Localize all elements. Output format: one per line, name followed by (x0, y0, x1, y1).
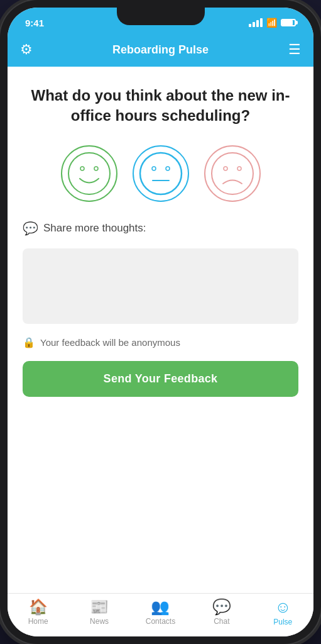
signal-icon (249, 18, 263, 27)
nav-label-chat: Chat (214, 617, 229, 626)
svg-point-8 (224, 167, 227, 170)
pulse-icon: ☺ (275, 599, 291, 615)
status-time: 9:41 (25, 18, 44, 28)
news-icon: 📰 (90, 599, 109, 614)
sad-face-button[interactable] (204, 145, 261, 202)
lock-icon: 🔒 (23, 336, 35, 348)
wifi-icon: 📶 (266, 18, 277, 28)
header-title: Reboarding Pulse (112, 43, 209, 57)
settings-icon[interactable]: ⚙ (20, 42, 33, 58)
nav-label-contacts: Contacts (146, 617, 175, 626)
home-icon: 🏠 (29, 599, 48, 614)
notch (117, 8, 205, 25)
neutral-face-button[interactable] (133, 145, 189, 202)
main-content: What do you think about the new in-offic… (8, 67, 313, 593)
chat-icon: 💬 (212, 599, 231, 614)
nav-item-contacts[interactable]: 👥 Contacts (141, 599, 179, 626)
emoji-rating-row (23, 139, 298, 208)
share-label-text: Share more thoughts: (43, 222, 146, 235)
svg-point-5 (166, 167, 170, 170)
nav-item-chat[interactable]: 💬 Chat (203, 599, 241, 626)
nav-label-news: News (90, 617, 109, 626)
svg-point-4 (152, 167, 156, 170)
screen: 9:41 📶 ⚙ Reboarding Pulse ☰ W (8, 8, 313, 636)
nav-item-news[interactable]: 📰 News (80, 599, 118, 626)
svg-point-3 (140, 153, 182, 194)
nav-label-pulse: Pulse (273, 618, 292, 626)
anonymous-note: 🔒 Your feedback will be anonymous (23, 336, 298, 348)
svg-point-7 (212, 153, 253, 194)
bottom-nav: 🏠 Home 📰 News 👥 Contacts 💬 Chat ☺ Pulse (8, 593, 313, 636)
contacts-icon: 👥 (151, 599, 170, 614)
anonymous-note-text: Your feedback will be anonymous (40, 337, 180, 348)
happy-face-button[interactable] (61, 145, 117, 202)
svg-point-9 (237, 167, 241, 170)
status-icons: 📶 (249, 18, 296, 28)
feedback-textarea[interactable] (23, 248, 298, 324)
battery-icon (281, 19, 296, 26)
phone-shell: 9:41 📶 ⚙ Reboarding Pulse ☰ W (0, 0, 321, 644)
nav-item-pulse[interactable]: ☺ Pulse (264, 599, 302, 626)
chat-bubble-icon: 💬 (23, 221, 38, 236)
svg-point-2 (94, 167, 98, 170)
menu-icon[interactable]: ☰ (288, 42, 301, 58)
nav-item-home[interactable]: 🏠 Home (19, 599, 57, 626)
send-feedback-button[interactable]: Send Your Feedback (23, 361, 298, 397)
share-label-row: 💬 Share more thoughts: (23, 221, 298, 236)
svg-point-1 (80, 167, 84, 170)
svg-point-0 (68, 153, 110, 194)
nav-label-home: Home (28, 617, 48, 626)
app-header: ⚙ Reboarding Pulse ☰ (8, 35, 313, 67)
survey-question: What do you think about the new in-offic… (23, 86, 298, 126)
